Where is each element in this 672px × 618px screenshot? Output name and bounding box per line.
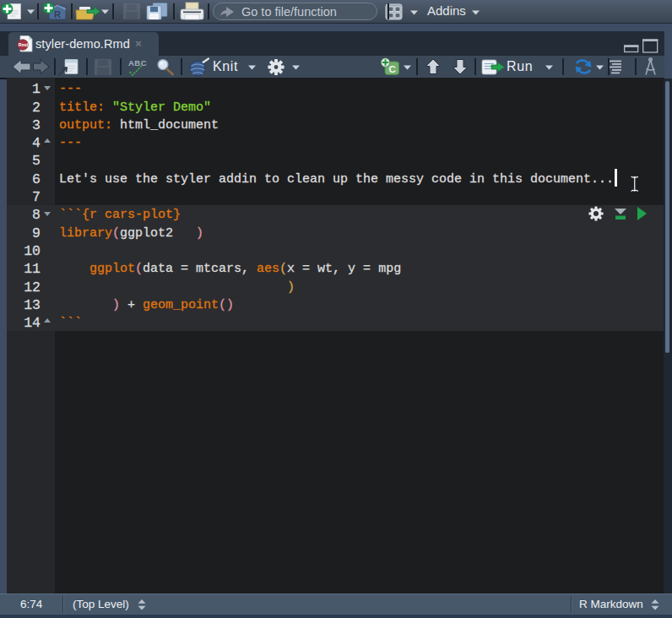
svg-text:Rmd: Rmd xyxy=(19,42,29,47)
svg-text:C: C xyxy=(389,64,396,74)
svg-text:R: R xyxy=(54,9,61,19)
svg-text:ABC: ABC xyxy=(128,58,147,68)
